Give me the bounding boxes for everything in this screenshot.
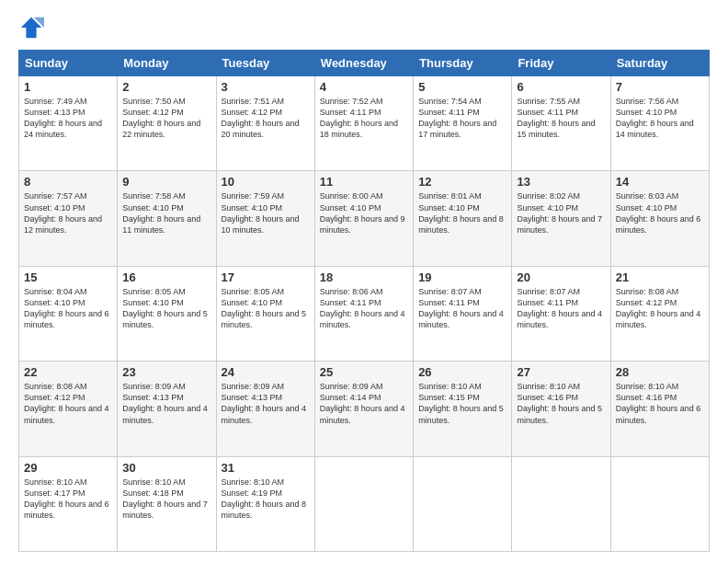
day-info: Sunrise: 8:08 AMSunset: 4:12 PMDaylight:… <box>24 381 112 426</box>
day-number: 20 <box>517 270 605 284</box>
day-number: 11 <box>320 175 408 189</box>
day-info: Sunrise: 7:52 AMSunset: 4:11 PMDaylight:… <box>320 96 408 141</box>
day-info: Sunrise: 8:10 AMSunset: 4:15 PMDaylight:… <box>418 381 506 426</box>
day-number: 17 <box>222 270 310 284</box>
day-number: 25 <box>320 365 408 379</box>
day-number: 13 <box>517 175 605 189</box>
day-cell: 16Sunrise: 8:05 AMSunset: 4:10 PMDayligh… <box>118 266 216 361</box>
day-info: Sunrise: 7:50 AMSunset: 4:12 PMDaylight:… <box>122 96 210 141</box>
day-number: 31 <box>222 461 310 475</box>
column-header-tuesday: Tuesday <box>216 51 314 76</box>
day-info: Sunrise: 8:04 AMSunset: 4:10 PMDaylight:… <box>24 286 112 331</box>
day-cell: 3Sunrise: 7:51 AMSunset: 4:12 PMDaylight… <box>216 76 314 171</box>
week-row-1: 1Sunrise: 7:49 AMSunset: 4:13 PMDaylight… <box>19 76 710 171</box>
day-cell: 28Sunrise: 8:10 AMSunset: 4:16 PMDayligh… <box>610 362 709 456</box>
day-number: 22 <box>24 365 112 379</box>
day-info: Sunrise: 8:10 AMSunset: 4:17 PMDaylight:… <box>24 477 112 522</box>
day-info: Sunrise: 8:10 AMSunset: 4:19 PMDaylight:… <box>222 477 310 522</box>
week-row-3: 15Sunrise: 8:04 AMSunset: 4:10 PMDayligh… <box>19 266 710 361</box>
day-number: 26 <box>418 365 506 379</box>
day-number: 29 <box>24 461 112 475</box>
day-info: Sunrise: 8:05 AMSunset: 4:10 PMDaylight:… <box>122 286 210 331</box>
day-info: Sunrise: 8:07 AMSunset: 4:11 PMDaylight:… <box>517 286 605 331</box>
day-info: Sunrise: 8:08 AMSunset: 4:12 PMDaylight:… <box>616 286 704 331</box>
day-cell: 25Sunrise: 8:09 AMSunset: 4:14 PMDayligh… <box>314 362 413 456</box>
day-info: Sunrise: 7:49 AMSunset: 4:13 PMDaylight:… <box>24 96 112 141</box>
day-cell: 30Sunrise: 8:10 AMSunset: 4:18 PMDayligh… <box>118 456 216 551</box>
day-cell: 8Sunrise: 7:57 AMSunset: 4:10 PMDaylight… <box>19 171 118 266</box>
day-number: 4 <box>320 80 408 94</box>
day-cell: 31Sunrise: 8:10 AMSunset: 4:19 PMDayligh… <box>216 456 314 551</box>
column-header-sunday: Sunday <box>19 51 118 76</box>
day-info: Sunrise: 8:10 AMSunset: 4:18 PMDaylight:… <box>122 477 210 522</box>
day-number: 6 <box>517 80 605 94</box>
day-number: 3 <box>222 80 310 94</box>
day-number: 27 <box>517 365 605 379</box>
column-header-friday: Friday <box>512 51 610 76</box>
header <box>18 15 710 40</box>
day-cell: 26Sunrise: 8:10 AMSunset: 4:15 PMDayligh… <box>414 362 512 456</box>
day-info: Sunrise: 8:06 AMSunset: 4:11 PMDaylight:… <box>320 286 408 331</box>
day-cell <box>314 456 413 551</box>
day-info: Sunrise: 8:10 AMSunset: 4:16 PMDaylight:… <box>616 381 704 426</box>
day-info: Sunrise: 8:02 AMSunset: 4:10 PMDaylight:… <box>517 190 605 236</box>
day-number: 16 <box>122 270 210 284</box>
column-header-wednesday: Wednesday <box>314 51 413 76</box>
day-cell: 15Sunrise: 8:04 AMSunset: 4:10 PMDayligh… <box>19 266 118 361</box>
day-number: 10 <box>222 175 310 189</box>
week-row-4: 22Sunrise: 8:08 AMSunset: 4:12 PMDayligh… <box>19 362 710 456</box>
day-cell: 4Sunrise: 7:52 AMSunset: 4:11 PMDaylight… <box>314 76 413 171</box>
day-cell <box>512 456 610 551</box>
day-number: 2 <box>122 80 210 94</box>
column-header-saturday: Saturday <box>610 51 709 76</box>
page: SundayMondayTuesdayWednesdayThursdayFrid… <box>0 0 728 563</box>
day-cell: 13Sunrise: 8:02 AMSunset: 4:10 PMDayligh… <box>512 171 610 266</box>
day-number: 7 <box>616 80 704 94</box>
week-row-2: 8Sunrise: 7:57 AMSunset: 4:10 PMDaylight… <box>19 171 710 266</box>
day-cell: 11Sunrise: 8:00 AMSunset: 4:10 PMDayligh… <box>314 171 413 266</box>
day-info: Sunrise: 8:00 AMSunset: 4:10 PMDaylight:… <box>320 190 408 236</box>
column-header-monday: Monday <box>118 51 216 76</box>
day-cell: 2Sunrise: 7:50 AMSunset: 4:12 PMDaylight… <box>118 76 216 171</box>
day-number: 24 <box>222 365 310 379</box>
day-cell: 22Sunrise: 8:08 AMSunset: 4:12 PMDayligh… <box>19 362 118 456</box>
day-info: Sunrise: 7:58 AMSunset: 4:10 PMDaylight:… <box>122 190 210 236</box>
day-info: Sunrise: 8:01 AMSunset: 4:10 PMDaylight:… <box>418 190 506 236</box>
day-cell: 27Sunrise: 8:10 AMSunset: 4:16 PMDayligh… <box>512 362 610 456</box>
day-cell: 29Sunrise: 8:10 AMSunset: 4:17 PMDayligh… <box>19 456 118 551</box>
calendar-table: SundayMondayTuesdayWednesdayThursdayFrid… <box>18 50 710 552</box>
day-number: 23 <box>122 365 210 379</box>
day-cell: 21Sunrise: 8:08 AMSunset: 4:12 PMDayligh… <box>610 266 709 361</box>
calendar-header-row: SundayMondayTuesdayWednesdayThursdayFrid… <box>19 51 710 76</box>
day-cell: 20Sunrise: 8:07 AMSunset: 4:11 PMDayligh… <box>512 266 610 361</box>
day-cell: 19Sunrise: 8:07 AMSunset: 4:11 PMDayligh… <box>414 266 512 361</box>
day-info: Sunrise: 7:57 AMSunset: 4:10 PMDaylight:… <box>24 190 112 236</box>
day-cell: 18Sunrise: 8:06 AMSunset: 4:11 PMDayligh… <box>314 266 413 361</box>
day-number: 14 <box>616 175 704 189</box>
day-number: 21 <box>616 270 704 284</box>
day-cell: 7Sunrise: 7:56 AMSunset: 4:10 PMDaylight… <box>610 76 709 171</box>
day-number: 18 <box>320 270 408 284</box>
day-cell <box>610 456 709 551</box>
day-number: 19 <box>418 270 506 284</box>
day-number: 5 <box>418 80 506 94</box>
day-cell: 14Sunrise: 8:03 AMSunset: 4:10 PMDayligh… <box>610 171 709 266</box>
day-number: 12 <box>418 175 506 189</box>
logo <box>18 15 48 40</box>
day-info: Sunrise: 8:07 AMSunset: 4:11 PMDaylight:… <box>418 286 506 331</box>
day-number: 9 <box>122 175 210 189</box>
day-cell: 1Sunrise: 7:49 AMSunset: 4:13 PMDaylight… <box>19 76 118 171</box>
day-cell: 24Sunrise: 8:09 AMSunset: 4:13 PMDayligh… <box>216 362 314 456</box>
column-header-thursday: Thursday <box>414 51 512 76</box>
day-cell: 6Sunrise: 7:55 AMSunset: 4:11 PMDaylight… <box>512 76 610 171</box>
day-info: Sunrise: 7:56 AMSunset: 4:10 PMDaylight:… <box>616 96 704 141</box>
day-info: Sunrise: 7:59 AMSunset: 4:10 PMDaylight:… <box>222 190 310 236</box>
day-cell: 17Sunrise: 8:05 AMSunset: 4:10 PMDayligh… <box>216 266 314 361</box>
day-cell <box>414 456 512 551</box>
day-number: 8 <box>24 175 112 189</box>
day-info: Sunrise: 7:54 AMSunset: 4:11 PMDaylight:… <box>418 96 506 141</box>
day-number: 15 <box>24 270 112 284</box>
week-row-5: 29Sunrise: 8:10 AMSunset: 4:17 PMDayligh… <box>19 456 710 551</box>
day-info: Sunrise: 8:10 AMSunset: 4:16 PMDaylight:… <box>517 381 605 426</box>
day-info: Sunrise: 7:51 AMSunset: 4:12 PMDaylight:… <box>222 96 310 141</box>
